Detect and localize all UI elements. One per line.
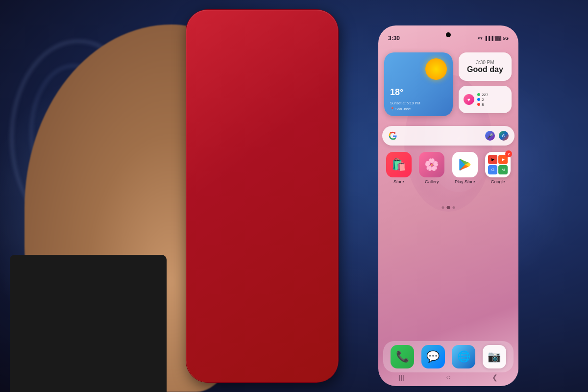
store-icon: 🛍️ xyxy=(386,152,412,177)
notif-row-1: 227 xyxy=(477,93,488,97)
signal-icon: ▐▐▐ xyxy=(484,36,493,41)
clock-widget[interactable]: 3:30 PM Good day xyxy=(459,52,512,81)
gallery-icon: 🌸 xyxy=(419,152,444,177)
play-store-icon xyxy=(452,152,478,177)
status-label: 5G xyxy=(503,36,509,41)
phone-screen: 3:30 ▾▾ ▐▐▐ ▓▓ 5G 18° Sunset at 5:19 PM … xyxy=(378,25,518,386)
app-grid: 🛍️ Store 🌸 Gallery xyxy=(382,152,514,184)
google-badge: 2 xyxy=(505,150,512,157)
weather-sunset: Sunset at 5:19 PM xyxy=(390,101,420,105)
weather-temperature: 18° xyxy=(390,87,403,98)
app-item-gallery[interactable]: 🌸 Gallery xyxy=(417,152,447,184)
notif-dot-blue xyxy=(477,98,480,101)
google-lens-icon[interactable]: ⊙ xyxy=(499,131,509,141)
page-indicators xyxy=(442,206,455,209)
notif-dot-green xyxy=(477,93,480,96)
notification-widget[interactable]: ♥ 227 2 8 xyxy=(459,86,512,113)
page-dot-1[interactable] xyxy=(442,206,444,209)
recent-apps-button[interactable]: ||| xyxy=(399,374,405,381)
weather-location: 📍 San Jose xyxy=(390,107,411,111)
battery-icon: ▓▓ xyxy=(495,36,501,41)
notif-row-2: 2 xyxy=(477,98,488,102)
google-folder-icon: ▶ ▶ G M 2 xyxy=(485,152,511,177)
google-g-logo xyxy=(388,131,398,141)
status-icons: ▾▾ ▐▐▐ ▓▓ 5G xyxy=(478,36,509,41)
weather-widget[interactable]: 18° Sunset at 5:19 PM 📍 San Jose xyxy=(384,52,453,116)
navigation-bar: ||| ○ ❮ xyxy=(378,372,518,382)
notif-heart-icon: ♥ xyxy=(464,94,474,105)
dock-camera-icon[interactable]: 📷 xyxy=(483,345,506,368)
phone-body: 3:30 ▾▾ ▐▐▐ ▓▓ 5G 18° Sunset at 5:19 PM … xyxy=(186,10,338,382)
gallery-label: Gallery xyxy=(425,179,439,184)
dock: 📞 💬 🌐 📷 xyxy=(383,341,514,372)
scene: 3:30 ▾▾ ▐▐▐ ▓▓ 5G 18° Sunset at 5:19 PM … xyxy=(0,0,588,392)
google-mic-icon[interactable]: 🎤 xyxy=(485,131,495,141)
clock-time: 3:30 PM xyxy=(476,60,494,65)
page-dot-2-active[interactable] xyxy=(447,206,450,209)
notif-dot-red xyxy=(477,103,480,106)
notif-items: 227 2 8 xyxy=(477,93,488,107)
google-search-bar[interactable]: 🎤 ⊙ xyxy=(382,126,514,146)
notif-row-3: 8 xyxy=(477,102,488,107)
back-button[interactable]: ❮ xyxy=(492,373,498,381)
google-label: Google xyxy=(491,179,505,184)
app-item-play-store[interactable]: Play Store xyxy=(450,152,480,184)
app-item-google[interactable]: ▶ ▶ G M 2 Google xyxy=(484,152,513,184)
dock-messages-icon[interactable]: 💬 xyxy=(421,345,445,368)
store-label: Store xyxy=(393,179,404,184)
page-dot-3[interactable] xyxy=(453,206,455,209)
play-store-label: Play Store xyxy=(455,179,475,184)
sleeve xyxy=(10,255,167,392)
status-time: 3:30 xyxy=(388,35,400,42)
location-pin-icon: 📍 xyxy=(390,107,394,111)
dock-browser-icon[interactable]: 🌐 xyxy=(452,345,475,368)
camera-hole xyxy=(446,32,451,37)
app-item-store[interactable]: 🛍️ Store xyxy=(384,152,414,184)
wifi-icon: ▾▾ xyxy=(478,36,483,41)
sun-icon xyxy=(425,58,447,80)
home-button[interactable]: ○ xyxy=(446,373,451,382)
dock-phone-icon[interactable]: 📞 xyxy=(391,345,414,368)
clock-greeting: Good day xyxy=(467,65,503,74)
